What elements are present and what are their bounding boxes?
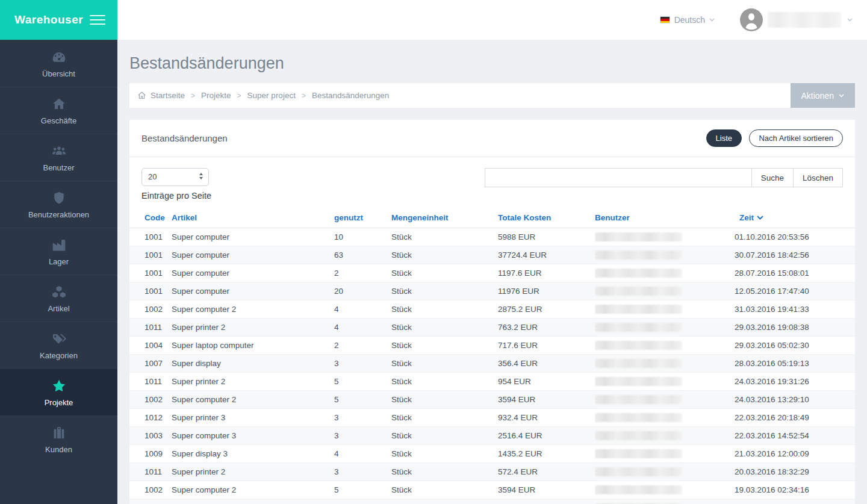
- table-row[interactable]: 1009 Super display 3 4 Stück 1435.2 EUR …: [129, 499, 855, 504]
- sidebar-item-benutzeraktionen[interactable]: Benutzeraktionen: [0, 181, 117, 228]
- cell-mengeneinheit: Stück: [391, 300, 498, 318]
- cell-zeit: 28.07.2016 15:08:01: [735, 264, 855, 282]
- cell-totale-kosten: 717.6 EUR: [498, 336, 595, 354]
- table-row[interactable]: 1002 Super computer 2 5 Stück 3594 EUR 2…: [129, 390, 855, 408]
- table-row[interactable]: 1011 Super printer 2 3 Stück 572.4 EUR 2…: [129, 462, 855, 481]
- table-row[interactable]: 1007 Super display 3 Stück 356.4 EUR 28.…: [129, 354, 855, 372]
- breadcrumb-item[interactable]: Projekte: [201, 91, 231, 100]
- cell-genutzt: 4: [334, 499, 391, 504]
- cell-zeit: 22.03.2016 20:18:49: [735, 408, 855, 426]
- cell-zeit: 21.03.2016 12:00:09: [735, 444, 855, 462]
- table-row[interactable]: 1004 Super laptop computer 2 Stück 717.6…: [129, 336, 855, 354]
- user-name-redacted: [768, 12, 841, 28]
- sidebar-item-label: Kunden: [45, 445, 72, 454]
- cell-zeit: 29.03.2016 05:02:30: [735, 336, 855, 354]
- cell-genutzt: 5: [334, 481, 391, 499]
- search-button[interactable]: Suche: [751, 168, 794, 187]
- cell-totale-kosten: 3594 EUR: [498, 481, 595, 499]
- cell-benutzer: [595, 282, 735, 300]
- cell-totale-kosten: 763.2 EUR: [498, 318, 595, 336]
- chevron-down-icon: [847, 18, 853, 22]
- sort-by-article-button[interactable]: Nach Artikel sortieren: [749, 129, 843, 147]
- cell-totale-kosten: 5988 EUR: [498, 228, 595, 246]
- column-header-totale-kosten[interactable]: Totale Kosten: [498, 208, 595, 228]
- cell-genutzt: 4: [334, 300, 391, 318]
- table-row[interactable]: 1011 Super printer 2 5 Stück 954 EUR 24.…: [129, 372, 855, 390]
- shield-icon: [51, 190, 67, 206]
- cell-mengeneinheit: Stück: [391, 282, 498, 300]
- per-page-select[interactable]: 20: [141, 168, 209, 186]
- cell-artikel: Super display 3: [172, 444, 334, 462]
- sidebar-item-lager[interactable]: Lager: [0, 228, 117, 275]
- inventory-table: Code Artikel genutzt Mengeneinheit Total…: [129, 208, 855, 504]
- users-icon: [51, 143, 67, 159]
- cell-benutzer: [595, 408, 735, 426]
- table-row[interactable]: 1002 Super computer 2 4 Stück 2875.2 EUR…: [129, 300, 855, 318]
- redacted-user-name: [595, 341, 682, 350]
- sidebar-item-geschaefte[interactable]: Geschäfte: [0, 87, 117, 134]
- brand-header: Warehouser: [0, 0, 117, 40]
- table-row[interactable]: 1001 Super computer 63 Stück 37724.4 EUR…: [129, 246, 855, 264]
- cubes-icon: [51, 284, 67, 300]
- cell-genutzt: 20: [334, 282, 391, 300]
- cell-totale-kosten: 2516.4 EUR: [498, 426, 595, 444]
- column-header-code[interactable]: Code: [129, 208, 172, 228]
- cell-mengeneinheit: Stück: [391, 264, 498, 282]
- table-row[interactable]: 1001 Super computer 20 Stück 11976 EUR 1…: [129, 282, 855, 300]
- table-row[interactable]: 1011 Super printer 2 4 Stück 763.2 EUR 2…: [129, 318, 855, 336]
- cell-totale-kosten: 11976 EUR: [498, 282, 595, 300]
- panel-title: Bestandsänderungen: [141, 133, 228, 143]
- hamburger-icon[interactable]: [90, 15, 105, 25]
- cell-mengeneinheit: Stück: [391, 246, 498, 264]
- table-row[interactable]: 1003 Super computer 3 3 Stück 2516.4 EUR…: [129, 426, 855, 444]
- cell-totale-kosten: 3594 EUR: [498, 390, 595, 408]
- cell-zeit: 31.03.2016 19:41:33: [735, 300, 855, 318]
- column-header-genutzt[interactable]: genutzt: [334, 208, 391, 228]
- sidebar-item-kunden[interactable]: Kunden: [0, 415, 117, 462]
- sidebar-item-kategorien[interactable]: Kategorien: [0, 322, 117, 369]
- breadcrumb-item[interactable]: Startseite: [151, 91, 185, 100]
- column-header-benutzer[interactable]: Benutzer: [595, 208, 735, 228]
- table-row[interactable]: 1009 Super display 3 4 Stück 1435.2 EUR …: [129, 444, 855, 462]
- table-row[interactable]: 1012 Super printer 3 3 Stück 932.4 EUR 2…: [129, 408, 855, 426]
- redacted-user-name: [595, 449, 682, 458]
- cell-benutzer: [595, 264, 735, 282]
- redacted-user-name: [595, 323, 682, 332]
- language-selector[interactable]: Deutsch: [660, 15, 715, 25]
- cell-code: 1002: [129, 481, 172, 499]
- redacted-user-name: [595, 287, 682, 296]
- table-row[interactable]: 1001 Super computer 2 Stück 1197.6 EUR 2…: [129, 264, 855, 282]
- cell-benutzer: [595, 462, 735, 481]
- search-input[interactable]: [485, 168, 752, 187]
- cell-totale-kosten: 954 EUR: [498, 372, 595, 390]
- sidebar-item-uebersicht[interactable]: Übersicht: [0, 40, 117, 87]
- redacted-user-name: [595, 431, 682, 440]
- list-view-button[interactable]: Liste: [706, 129, 742, 147]
- cell-totale-kosten: 356.4 EUR: [498, 354, 595, 372]
- table-row[interactable]: 1001 Super computer 10 Stück 5988 EUR 01…: [129, 228, 855, 246]
- column-header-zeit[interactable]: Zeit: [735, 208, 855, 228]
- sidebar-item-label: Projekte: [45, 398, 73, 407]
- cell-genutzt: 4: [334, 444, 391, 462]
- cell-code: 1011: [129, 318, 172, 336]
- redacted-user-name: [595, 467, 682, 476]
- cell-code: 1009: [129, 444, 172, 462]
- cell-genutzt: 3: [334, 462, 391, 481]
- avatar: [740, 8, 763, 31]
- sidebar-item-artikel[interactable]: Artikel: [0, 275, 117, 322]
- sidebar-item-benutzer[interactable]: Benutzer: [0, 134, 117, 181]
- cell-genutzt: 5: [334, 372, 391, 390]
- cell-code: 1004: [129, 336, 172, 354]
- cell-benutzer: [595, 481, 735, 499]
- breadcrumb-item[interactable]: Super project: [247, 91, 296, 100]
- cell-mengeneinheit: Stück: [391, 228, 498, 246]
- column-header-artikel[interactable]: Artikel: [172, 208, 334, 228]
- user-menu[interactable]: [740, 8, 853, 31]
- home-icon: [137, 91, 146, 100]
- column-header-mengeneinheit[interactable]: Mengeneinheit: [391, 208, 498, 228]
- cell-genutzt: 63: [334, 246, 391, 264]
- sidebar-item-projekte[interactable]: Projekte: [0, 369, 117, 415]
- table-row[interactable]: 1002 Super computer 2 5 Stück 3594 EUR 1…: [129, 481, 855, 499]
- clear-button[interactable]: Löschen: [793, 168, 843, 187]
- actions-button[interactable]: Aktionen: [791, 83, 855, 108]
